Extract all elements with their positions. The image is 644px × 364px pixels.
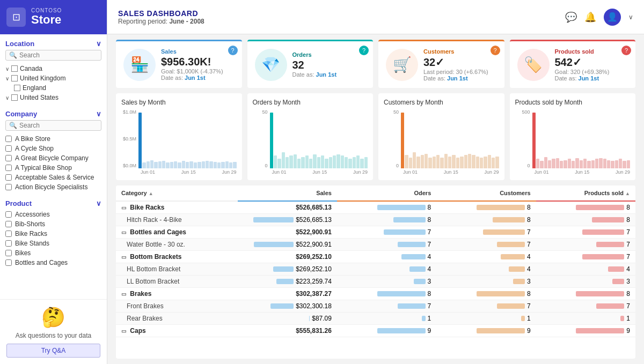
- company-cb-4[interactable]: [5, 174, 12, 181]
- sub-sales-bar: [273, 266, 294, 272]
- table-row[interactable]: ▭ Brakes $302,387.27 8 8 8: [116, 288, 635, 300]
- chart-bar-0-24: [233, 162, 236, 168]
- table-sub-row[interactable]: Rear Brakes $87.09 1 1: [116, 313, 635, 325]
- location-chevron[interactable]: ∨: [96, 40, 101, 48]
- product-label-0: Accessories: [15, 211, 50, 218]
- location-search-box[interactable]: 🔍: [5, 50, 101, 61]
- table-row[interactable]: ▭ Bottom Brackets $269,252.10 4 4 7: [116, 251, 635, 263]
- notification-icon[interactable]: 🔔: [584, 11, 596, 23]
- x-label: Jun 15: [312, 169, 327, 175]
- sort-arrow-category[interactable]: ▲: [149, 191, 153, 196]
- data-table-section[interactable]: Category ▲ Sales Oders Customers Product…: [116, 185, 635, 359]
- kpi-value-products: 542✓: [555, 56, 628, 69]
- kpi-label-customers: Customers: [423, 48, 497, 55]
- sub-products-bar: [592, 217, 624, 222]
- uk-checkbox[interactable]: [11, 75, 18, 81]
- product-cb-4[interactable]: [5, 250, 12, 256]
- company-chevron[interactable]: ∨: [96, 110, 101, 118]
- sub-orders-bar-cell: 1: [342, 315, 431, 322]
- cat-orders-bar: [401, 254, 426, 259]
- product-cb-1[interactable]: [5, 221, 12, 227]
- sub-orders-num: 7: [428, 302, 431, 310]
- uk-chevron[interactable]: ∨: [5, 76, 9, 81]
- kpi-card-orders[interactable]: 💎 Orders 32 Date as: Jun 1st ?: [247, 40, 374, 88]
- kpi-info-orders[interactable]: ?: [359, 46, 369, 55]
- expand-icon[interactable]: ▭: [121, 205, 126, 211]
- sub-products-bar: [620, 316, 624, 321]
- table-row[interactable]: ▭ Bottles and Cages $522,900.91 7 7 7: [116, 226, 635, 239]
- th-products[interactable]: Products sold ▲: [536, 185, 635, 201]
- sub-products-bar-cell: 7: [541, 241, 630, 248]
- product-cb-5[interactable]: [5, 259, 12, 266]
- table-sub-row[interactable]: Front Brakes $302,300.18 7 7: [116, 300, 635, 313]
- chart-bar-3-18: [603, 159, 606, 168]
- company-search-box[interactable]: 🔍: [5, 120, 101, 131]
- us-checkbox[interactable]: [11, 94, 18, 101]
- table-sub-row[interactable]: Water Bottle - 30 oz. $522,900.91 7 7: [116, 239, 635, 251]
- company-cb-2[interactable]: [5, 155, 12, 161]
- table-row[interactable]: ▭ Bike Racks $526,685.13 8 8 8: [116, 201, 635, 214]
- expand-icon[interactable]: ▭: [121, 254, 126, 260]
- sub-products-bar-cell: 7: [541, 302, 630, 310]
- table-row[interactable]: ▭ Caps $555,831.26 9 9 9: [116, 325, 635, 337]
- sub-customers-num: 8: [527, 216, 531, 224]
- product-cb-2[interactable]: [5, 231, 12, 237]
- company-cb-0[interactable]: [5, 136, 12, 142]
- company-search-input[interactable]: [19, 122, 98, 129]
- cat-orders-num: 7: [428, 228, 431, 236]
- location-search-input[interactable]: [19, 51, 98, 59]
- product-chevron[interactable]: ∨: [96, 199, 101, 207]
- expand-icon[interactable]: ▭: [121, 328, 126, 334]
- chart-bar-0-0: [138, 113, 142, 169]
- sub-sales-bar-cell: $522,900.91: [243, 241, 332, 248]
- product-item: Bottles and Cages: [5, 258, 101, 268]
- chart-bar-1-1: [274, 155, 277, 168]
- qa-button[interactable]: Try Q&A: [6, 344, 100, 358]
- kpi-info-products[interactable]: ?: [621, 46, 631, 55]
- search-icon-2: 🔍: [9, 122, 17, 129]
- kpi-card-customers[interactable]: 🛒 Customers 32✓ Last period: 30 (+6.67%)…: [378, 40, 504, 88]
- th-sales[interactable]: Sales: [238, 185, 337, 201]
- kpi-icon-orders: 💎: [255, 49, 287, 81]
- expand-icon[interactable]: ▭: [121, 229, 126, 235]
- chart-bar-2-6: [425, 154, 428, 169]
- th-category[interactable]: Category ▲: [116, 185, 238, 201]
- user-avatar[interactable]: 👤: [604, 9, 621, 26]
- y-label: 0: [384, 163, 399, 168]
- kpi-card-products[interactable]: 🏷️ Products sold 542✓ Goal: 320 (+69.38%…: [510, 40, 636, 88]
- product-cb-3[interactable]: [5, 240, 12, 247]
- cat-orders-bar: [377, 205, 426, 210]
- location-label: Location: [5, 40, 34, 48]
- kpi-card-sales[interactable]: 🏪 Sales $956.30K! Goal: $1,000K (-4.37%)…: [116, 40, 242, 88]
- company-cb-1[interactable]: [5, 145, 12, 152]
- sub-sales-val: $269,252.10: [296, 265, 332, 273]
- cat-name: ▭ Caps: [116, 325, 238, 337]
- canada-label: Canada: [20, 65, 42, 72]
- canada-chevron[interactable]: ∨: [5, 66, 9, 72]
- chart-bar-3-8: [564, 160, 567, 168]
- us-chevron[interactable]: ∨: [5, 95, 9, 101]
- product-cb-0[interactable]: [5, 211, 12, 218]
- company-label-2: A Great Bicycle Company: [15, 154, 89, 162]
- sub-customers-num: 4: [527, 265, 531, 273]
- expand-icon[interactable]: ▭: [121, 291, 126, 297]
- th-customers[interactable]: Customers: [436, 185, 536, 201]
- company-cb-5[interactable]: [5, 184, 12, 190]
- chat-icon[interactable]: 💬: [565, 11, 577, 23]
- kpi-content-customers: Customers 32✓ Last period: 30 (+6.67%) D…: [423, 48, 497, 81]
- sub-name: Hitch Rack - 4-Bike: [116, 214, 238, 226]
- kpi-info-customers[interactable]: ?: [491, 46, 500, 55]
- kpi-info-sales[interactable]: ?: [228, 46, 238, 55]
- chart-bar-0-18: [209, 161, 213, 168]
- company-cb-3[interactable]: [5, 165, 12, 171]
- table-sub-row[interactable]: LL Bottom Bracket $223,259.74 3 3: [116, 276, 635, 288]
- table-sub-row[interactable]: HL Bottom Bracket $269,252.10 4 4: [116, 263, 635, 276]
- table-sub-row[interactable]: Hitch Rack - 4-Bike $526,685.13 8 8: [116, 214, 635, 226]
- canada-checkbox[interactable]: [11, 65, 18, 72]
- sort-arrow-products[interactable]: ▲: [625, 191, 630, 196]
- sub-sales-cell: $526,685.13: [238, 214, 337, 226]
- england-checkbox[interactable]: [14, 85, 20, 91]
- data-table: Category ▲ Sales Oders Customers Product…: [116, 185, 635, 337]
- user-menu-chevron[interactable]: ∨: [628, 13, 633, 21]
- th-orders[interactable]: Oders: [337, 185, 436, 201]
